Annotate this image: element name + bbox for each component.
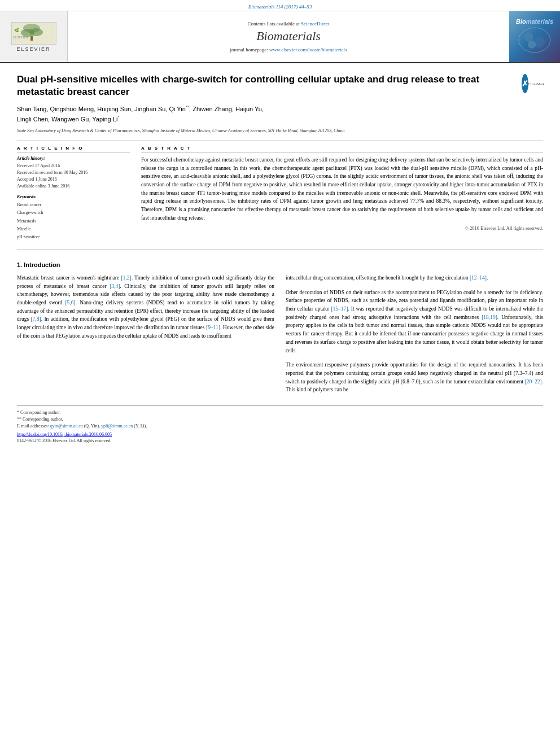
abstract-col: A B S T R A C T For successful chemother… [141, 146, 543, 242]
keyword-micelle: Micelle [17, 225, 130, 233]
intro-left-text: Metastatic breast cancer is women's nigh… [17, 274, 274, 340]
ref-18-19[interactable]: [18,19] [482, 314, 497, 320]
svg-point-5 [29, 28, 43, 36]
footnote-email: E-mail addresses: qyin@simm.ac.cn (Q. Yi… [17, 423, 543, 430]
article-info-abstract-row: A R T I C L E I N F O Article history: R… [17, 146, 543, 242]
doi-line: http://dx.doi.org/10.1016/j.biomaterials… [17, 432, 543, 437]
ref-15-17[interactable]: [15–17] [331, 306, 348, 312]
svg-text:🌿: 🌿 [14, 28, 19, 33]
authors-line: Shan Tang, Qingshuo Meng, Huiping Sun, J… [17, 104, 543, 125]
crossmark-badge: ✗ [522, 74, 528, 93]
keywords-list: Breast cancer Charge-switch Metastasis M… [17, 201, 130, 242]
ref-3-4[interactable]: [3,4] [110, 283, 120, 289]
introduction-section: 1. Introduction Metastatic breast cancer… [17, 261, 543, 394]
keywords-label: Keywords: [17, 194, 130, 199]
ref-7-8[interactable]: [7,8] [30, 316, 41, 322]
intro-left-col: Metastatic breast cancer is women's nigh… [17, 274, 274, 394]
article-info-col: A R T I C L E I N F O Article history: R… [17, 146, 130, 242]
journal-cover-image: Biomaterials [509, 11, 560, 62]
crossmark-logo: ✗ CrossMark [523, 73, 543, 94]
contents-line: Contents lists available at ScienceDirec… [248, 21, 330, 27]
intro-right-col: intracellular drug concentration, offset… [286, 274, 543, 394]
intro-right-text-2: Other decoration of NDDS on their surfac… [286, 289, 543, 355]
paper-title: Dual pH-sensitive micelles with charge-s… [17, 73, 517, 98]
ref-20-22[interactable]: [20–22] [525, 379, 542, 385]
svg-point-8 [524, 33, 533, 42]
divider-1 [17, 141, 543, 141]
email-qyin[interactable]: qyin@simm.ac.cn [50, 423, 83, 429]
ref-12-14[interactable]: [12–14] [470, 275, 487, 281]
intro-right-text-1: intracellular drug concentration, offset… [286, 274, 543, 282]
homepage-line: journal homepage: www.elsevier.com/locat… [230, 47, 347, 53]
history-label: Article history: [17, 156, 130, 161]
keyword-breast-cancer: Breast cancer [17, 201, 130, 209]
keyword-charge-switch: Charge-switch [17, 209, 130, 217]
footnote-2: ** Corresponding author. [17, 416, 543, 423]
title-row: Dual pH-sensitive micelles with charge-s… [17, 73, 543, 98]
svg-point-10 [528, 41, 536, 49]
received-date: Received 17 April 2016 Received in revis… [17, 163, 130, 190]
svg-rect-6 [30, 36, 33, 41]
affiliation: State Key Laboratory of Drug Research & … [17, 128, 543, 134]
center-header: Contents lists available at ScienceDirec… [68, 11, 509, 62]
intro-two-col: Metastatic breast cancer is women's nigh… [17, 274, 543, 394]
article-info-heading: A R T I C L E I N F O [17, 146, 130, 152]
ref-9-11[interactable]: [9–11] [206, 325, 220, 330]
section-1-title: 1. Introduction [17, 261, 543, 268]
footnote-1: * Corresponding author. [17, 409, 543, 416]
journal-title: Biomaterials [256, 29, 321, 43]
homepage-url[interactable]: www.elsevier.com/locate/biomaterials [269, 47, 347, 53]
elsevier-logo-area: 🌿 ELSEVIER ELSEVIER [0, 11, 68, 62]
email-ypli[interactable]: ypli@simm.ac.cn [101, 423, 133, 429]
abstract-copyright: © 2016 Elsevier Ltd. All rights reserved… [141, 225, 543, 231]
science-direct-link[interactable]: ScienceDirect [301, 21, 329, 27]
keyword-metastasis: Metastasis [17, 217, 130, 225]
divider-2 [17, 250, 543, 250]
copyright-bottom: 0142-9612/© 2016 Elsevier Ltd. All right… [17, 438, 543, 443]
ref-1-2[interactable]: [1,2] [121, 275, 131, 281]
intro-right-text-3: The environment-responsive polymers prov… [286, 361, 543, 394]
abstract-heading: A B S T R A C T [141, 146, 543, 152]
journal-ref: Biomaterials 114 (2017) 44–53 [248, 4, 312, 10]
elsevier-image: 🌿 ELSEVIER [11, 22, 56, 45]
email-label: E-mail addresses: [17, 423, 50, 429]
elsevier-wordmark: ELSEVIER [16, 46, 50, 52]
paper-footer: * Corresponding author. ** Corresponding… [17, 405, 543, 443]
paper-content: Dual pH-sensitive micelles with charge-s… [0, 63, 560, 449]
journal-header: Biomaterials 114 (2017) 44–53 🌿 ELSEVIER… [0, 0, 560, 63]
doi-link[interactable]: http://dx.doi.org/10.1016/j.biomaterials… [17, 432, 112, 437]
abstract-text: For successful chemotherapy against meta… [141, 156, 543, 222]
keyword-ph-sensitive: pH-sensitive [17, 233, 130, 241]
ref-5-6[interactable]: [5,6] [65, 300, 75, 305]
